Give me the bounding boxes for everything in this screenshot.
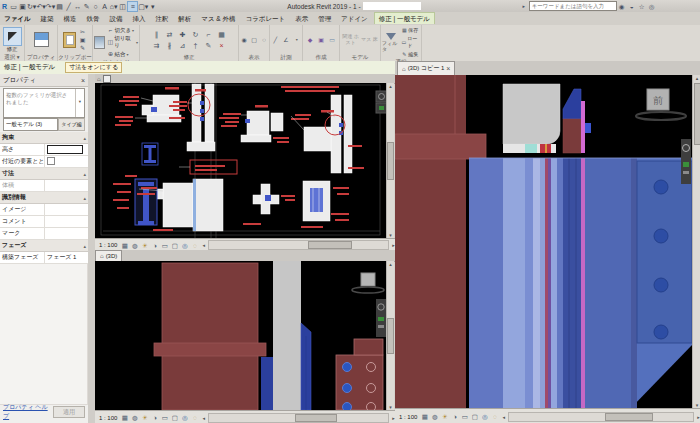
- hide-isolate-icon[interactable]: ◎: [180, 241, 189, 250]
- visual-style-icon[interactable]: ◍: [430, 412, 439, 421]
- join-button[interactable]: ⊕結合▾: [107, 50, 138, 58]
- tab-architecture[interactable]: 建築: [37, 13, 58, 25]
- print-icon[interactable]: ▤: [55, 1, 64, 12]
- hscroll-left[interactable]: ◂: [200, 242, 207, 248]
- show-crop-icon[interactable]: ▢: [470, 412, 479, 421]
- tab-insert[interactable]: 挿入: [128, 13, 149, 25]
- 3d-hscrollbar[interactable]: [208, 413, 389, 423]
- edit-icon[interactable]: ✎: [202, 40, 215, 51]
- crop-view-icon[interactable]: ▭: [160, 241, 169, 250]
- default-3d-view-icon[interactable]: ⌂▾: [109, 1, 118, 12]
- mass-floor-button[interactable]: マス 床: [361, 37, 378, 43]
- show-crop-icon[interactable]: ▢: [170, 413, 179, 422]
- drafting-hscrollbar[interactable]: [208, 240, 389, 250]
- tab-massing-site[interactable]: マス & 外構: [197, 13, 239, 25]
- revit-logo-icon[interactable]: R: [0, 1, 9, 12]
- switch-windows-icon[interactable]: ▢▾: [138, 1, 148, 12]
- tab-steel[interactable]: 鉄骨: [82, 13, 103, 25]
- search-input[interactable]: [529, 1, 617, 11]
- group-dimensions[interactable]: 寸法▴: [0, 168, 88, 180]
- pin-icon[interactable]: †: [189, 40, 202, 51]
- crop-view-icon[interactable]: ▭: [160, 413, 169, 422]
- visual-style-icon[interactable]: ◍: [130, 413, 139, 422]
- panel-measure-label[interactable]: 計測: [270, 53, 302, 61]
- crop-view-icon[interactable]: ▭: [460, 412, 469, 421]
- visual-style-icon[interactable]: ◍: [130, 241, 139, 250]
- scale-button[interactable]: 1 : 100: [397, 414, 419, 420]
- close-view-icon[interactable]: ×: [446, 65, 450, 72]
- viewcube[interactable]: 前: [636, 89, 686, 120]
- moves-with-nearby-checkbox[interactable]: [47, 157, 55, 165]
- 3d-copy-hscrollbar[interactable]: [508, 412, 694, 422]
- apply-button[interactable]: 適用: [53, 406, 85, 418]
- group-constraints[interactable]: 拘束▴: [0, 132, 88, 144]
- drafting-view-tab-icon[interactable]: [103, 75, 111, 83]
- create-similar-icon[interactable]: ◆: [306, 36, 315, 44]
- edit-selection-button[interactable]: ✎編集: [401, 50, 420, 58]
- tab-analyze[interactable]: 解析: [174, 13, 195, 25]
- 3d-copy-canvas[interactable]: 前: [395, 75, 692, 408]
- hscroll-left[interactable]: ◂: [200, 415, 207, 421]
- tab-systems[interactable]: 設備: [105, 13, 126, 25]
- linework-icon[interactable]: ◌: [260, 36, 268, 44]
- hide-isolate-icon[interactable]: ◎: [480, 412, 489, 421]
- reveal-hidden-icon[interactable]: ◌: [190, 241, 199, 250]
- modify-pen-icon[interactable]: ✎: [82, 1, 91, 12]
- search-expand-icon[interactable]: ▸: [519, 1, 529, 12]
- navigation-bar[interactable]: [376, 299, 386, 337]
- pick-host-button[interactable]: 関連 ホスト: [342, 34, 359, 45]
- sync-icon[interactable]: ↻▾: [27, 1, 36, 12]
- measure-line-icon[interactable]: ╱: [271, 36, 280, 44]
- sun-path-icon[interactable]: ☀: [140, 413, 149, 422]
- group-identity-data[interactable]: 識別情報▴: [0, 192, 88, 204]
- drafting-canvas[interactable]: [95, 83, 386, 238]
- measure-dropdown-icon[interactable]: ▾: [292, 36, 301, 44]
- paint-icon[interactable]: [94, 36, 105, 49]
- panel-modify-label[interactable]: 修正: [140, 53, 238, 61]
- offset-icon[interactable]: ⇉: [150, 40, 163, 51]
- favorites-star-icon[interactable]: ☆: [637, 1, 647, 12]
- viewcube[interactable]: [352, 273, 384, 293]
- sun-path-icon[interactable]: ☀: [140, 241, 149, 250]
- scale-button[interactable]: 1 : 100: [97, 415, 119, 421]
- panel-view-label[interactable]: 表示: [239, 53, 269, 61]
- thin-lines-icon[interactable]: ≡: [127, 1, 138, 12]
- zoom-icon[interactable]: ○: [91, 1, 100, 12]
- viewcube-front-face[interactable]: 前: [653, 95, 663, 106]
- panel-select-label[interactable]: 選択 ▾: [0, 53, 24, 61]
- tab-addins[interactable]: アドイン: [337, 13, 372, 25]
- scale-button[interactable]: 1 : 100: [97, 242, 119, 248]
- trim-icon[interactable]: ⌐: [202, 29, 215, 40]
- detail-level-icon[interactable]: ▦: [120, 413, 129, 422]
- properties-close-icon[interactable]: ×: [81, 77, 88, 84]
- tab-annotate[interactable]: 注釈: [151, 13, 172, 25]
- edit-type-button[interactable]: タイプ編集: [58, 118, 85, 131]
- 3d-vscrollbar[interactable]: ▴▾: [386, 261, 394, 410]
- text-icon[interactable]: A: [100, 1, 109, 12]
- activate-dimensions-button[interactable]: 寸法をオンにする: [65, 62, 122, 73]
- family-filter-combo[interactable]: 一般モデル (3): [3, 118, 58, 131]
- tab-modify-generic-model[interactable]: 修正 | 一般モデル: [374, 12, 435, 24]
- hscroll-left[interactable]: ◂: [500, 414, 507, 420]
- match-properties-icon[interactable]: ✎: [78, 44, 87, 52]
- 3d-canvas[interactable]: [95, 261, 386, 410]
- 3d-view-tab[interactable]: ⌂ (3D): [95, 250, 122, 262]
- reveal-hidden-icon[interactable]: ◌: [490, 412, 499, 421]
- array-icon[interactable]: ▦: [215, 29, 228, 40]
- measure-angle-icon[interactable]: ∠: [282, 36, 291, 44]
- group-phasing[interactable]: フェーズ▴: [0, 240, 88, 252]
- mirror-icon[interactable]: ⇄: [163, 29, 176, 40]
- undo-icon[interactable]: ↶▾: [36, 1, 45, 12]
- 3d-copy-vscrollbar[interactable]: ▴▾: [692, 75, 700, 408]
- hscroll-right[interactable]: ▸: [695, 414, 700, 420]
- load-selection-button[interactable]: ▭ロード: [401, 35, 420, 49]
- sun-path-icon[interactable]: ☀: [440, 412, 449, 421]
- panel-model-label[interactable]: モデル: [340, 53, 380, 61]
- hide-isolate-icon[interactable]: ◎: [180, 413, 189, 422]
- split-icon[interactable]: ∦: [163, 40, 176, 51]
- paste-icon[interactable]: [63, 32, 76, 48]
- cut-icon[interactable]: ✂: [78, 28, 87, 36]
- properties-icon[interactable]: [34, 32, 49, 47]
- panel-create-label[interactable]: 作成: [303, 53, 339, 61]
- redo-icon[interactable]: ↷▾: [46, 1, 55, 12]
